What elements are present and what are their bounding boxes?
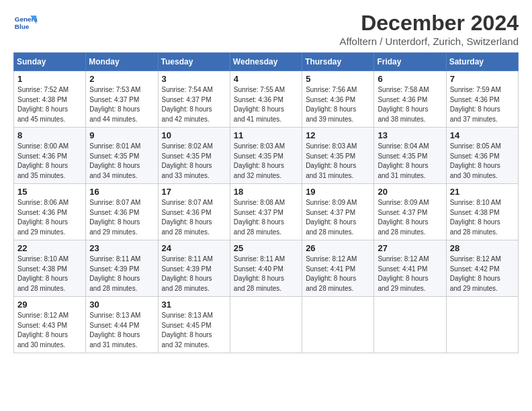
day-info: Sunrise: 8:01 AM Sunset: 4:35 PM Dayligh… <box>89 142 154 181</box>
day-number: 27 <box>378 243 442 253</box>
day-info: Sunrise: 7:56 AM Sunset: 4:36 PM Dayligh… <box>306 85 370 124</box>
calendar-day-cell: 21Sunrise: 8:10 AM Sunset: 4:38 PM Dayli… <box>446 184 518 240</box>
day-number: 5 <box>306 74 370 84</box>
calendar-day-cell: 26Sunrise: 8:12 AM Sunset: 4:41 PM Dayli… <box>302 240 374 297</box>
day-number: 7 <box>450 74 515 84</box>
day-number: 15 <box>17 187 82 197</box>
calendar-day-cell: 20Sunrise: 8:09 AM Sunset: 4:37 PM Dayli… <box>374 184 446 240</box>
day-number: 17 <box>162 187 226 197</box>
day-number: 30 <box>89 300 154 310</box>
calendar-day-cell: 31Sunrise: 8:13 AM Sunset: 4:45 PM Dayli… <box>158 297 230 353</box>
weekday-header-row: SundayMondayTuesdayWednesdayThursdayFrid… <box>14 53 519 71</box>
calendar-day-cell: 29Sunrise: 8:12 AM Sunset: 4:43 PM Dayli… <box>14 297 86 353</box>
calendar-day-cell: 5Sunrise: 7:56 AM Sunset: 4:36 PM Daylig… <box>302 71 374 128</box>
day-info: Sunrise: 8:07 AM Sunset: 4:36 PM Dayligh… <box>89 198 154 237</box>
day-info: Sunrise: 8:04 AM Sunset: 4:35 PM Dayligh… <box>378 142 442 181</box>
calendar-day-cell: 18Sunrise: 8:08 AM Sunset: 4:37 PM Dayli… <box>230 184 302 240</box>
day-info: Sunrise: 7:59 AM Sunset: 4:36 PM Dayligh… <box>450 85 515 124</box>
calendar-day-cell: 14Sunrise: 8:05 AM Sunset: 4:36 PM Dayli… <box>446 128 518 184</box>
day-info: Sunrise: 8:11 AM Sunset: 4:40 PM Dayligh… <box>234 255 298 293</box>
calendar-day-cell: 2Sunrise: 7:53 AM Sunset: 4:37 PM Daylig… <box>86 71 158 128</box>
day-info: Sunrise: 8:09 AM Sunset: 4:37 PM Dayligh… <box>378 198 442 237</box>
calendar-week-row: 29Sunrise: 8:12 AM Sunset: 4:43 PM Dayli… <box>14 297 519 353</box>
day-info: Sunrise: 8:12 AM Sunset: 4:42 PM Dayligh… <box>450 255 515 293</box>
day-number: 22 <box>17 243 82 253</box>
calendar-day-cell: 13Sunrise: 8:04 AM Sunset: 4:35 PM Dayli… <box>374 128 446 184</box>
day-info: Sunrise: 8:08 AM Sunset: 4:37 PM Dayligh… <box>234 198 298 237</box>
day-number: 20 <box>378 187 442 197</box>
logo-icon: General Blue <box>13 11 38 35</box>
day-info: Sunrise: 8:02 AM Sunset: 4:35 PM Dayligh… <box>162 142 226 181</box>
day-number: 6 <box>378 74 442 84</box>
day-number: 14 <box>450 130 515 140</box>
calendar-day-cell: 28Sunrise: 8:12 AM Sunset: 4:42 PM Dayli… <box>446 240 518 297</box>
weekday-header-cell: Sunday <box>14 53 86 71</box>
weekday-header-cell: Saturday <box>446 53 518 71</box>
day-number: 10 <box>162 130 226 140</box>
calendar-day-cell: 25Sunrise: 8:11 AM Sunset: 4:40 PM Dayli… <box>230 240 302 297</box>
day-info: Sunrise: 8:00 AM Sunset: 4:36 PM Dayligh… <box>17 142 82 181</box>
day-number: 4 <box>234 74 298 84</box>
day-info: Sunrise: 8:12 AM Sunset: 4:43 PM Dayligh… <box>17 311 82 350</box>
day-number: 9 <box>89 130 154 140</box>
calendar-day-cell <box>230 297 302 353</box>
calendar-body: 1Sunrise: 7:52 AM Sunset: 4:38 PM Daylig… <box>14 71 519 353</box>
day-info: Sunrise: 8:12 AM Sunset: 4:41 PM Dayligh… <box>378 255 442 293</box>
calendar-day-cell: 22Sunrise: 8:10 AM Sunset: 4:38 PM Dayli… <box>14 240 86 297</box>
weekday-header-cell: Tuesday <box>158 53 230 71</box>
calendar-day-cell: 15Sunrise: 8:06 AM Sunset: 4:36 PM Dayli… <box>14 184 86 240</box>
day-info: Sunrise: 7:54 AM Sunset: 4:37 PM Dayligh… <box>162 85 226 124</box>
calendar-day-cell <box>446 297 518 353</box>
day-info: Sunrise: 7:53 AM Sunset: 4:37 PM Dayligh… <box>89 85 154 124</box>
calendar-day-cell: 10Sunrise: 8:02 AM Sunset: 4:35 PM Dayli… <box>158 128 230 184</box>
weekday-header-cell: Wednesday <box>230 53 302 71</box>
calendar-day-cell: 30Sunrise: 8:13 AM Sunset: 4:44 PM Dayli… <box>86 297 158 353</box>
day-info: Sunrise: 8:11 AM Sunset: 4:39 PM Dayligh… <box>89 255 154 293</box>
day-number: 23 <box>89 243 154 253</box>
day-info: Sunrise: 8:03 AM Sunset: 4:35 PM Dayligh… <box>234 142 298 181</box>
calendar-week-row: 1Sunrise: 7:52 AM Sunset: 4:38 PM Daylig… <box>14 71 519 128</box>
calendar-day-cell: 23Sunrise: 8:11 AM Sunset: 4:39 PM Dayli… <box>86 240 158 297</box>
day-info: Sunrise: 8:03 AM Sunset: 4:35 PM Dayligh… <box>306 142 370 181</box>
weekday-header-cell: Friday <box>374 53 446 71</box>
day-number: 25 <box>234 243 298 253</box>
calendar-day-cell <box>374 297 446 353</box>
calendar-day-cell: 7Sunrise: 7:59 AM Sunset: 4:36 PM Daylig… <box>446 71 518 128</box>
day-info: Sunrise: 8:10 AM Sunset: 4:38 PM Dayligh… <box>17 255 82 293</box>
page-header: General Blue December 2024 Affoltern / U… <box>13 11 519 47</box>
day-info: Sunrise: 8:10 AM Sunset: 4:38 PM Dayligh… <box>450 198 515 237</box>
day-number: 2 <box>89 74 154 84</box>
day-info: Sunrise: 8:07 AM Sunset: 4:36 PM Dayligh… <box>162 198 226 237</box>
calendar-day-cell: 4Sunrise: 7:55 AM Sunset: 4:36 PM Daylig… <box>230 71 302 128</box>
day-number: 31 <box>162 300 226 310</box>
day-number: 21 <box>450 187 515 197</box>
day-number: 3 <box>162 74 226 84</box>
day-info: Sunrise: 7:58 AM Sunset: 4:36 PM Dayligh… <box>378 85 442 124</box>
calendar-day-cell: 9Sunrise: 8:01 AM Sunset: 4:35 PM Daylig… <box>86 128 158 184</box>
calendar-week-row: 22Sunrise: 8:10 AM Sunset: 4:38 PM Dayli… <box>14 240 519 297</box>
day-info: Sunrise: 7:52 AM Sunset: 4:38 PM Dayligh… <box>17 85 82 124</box>
calendar-day-cell: 12Sunrise: 8:03 AM Sunset: 4:35 PM Dayli… <box>302 128 374 184</box>
calendar-day-cell: 8Sunrise: 8:00 AM Sunset: 4:36 PM Daylig… <box>14 128 86 184</box>
calendar-day-cell: 6Sunrise: 7:58 AM Sunset: 4:36 PM Daylig… <box>374 71 446 128</box>
calendar-day-cell <box>302 297 374 353</box>
calendar-subtitle: Affoltern / Unterdorf, Zurich, Switzerla… <box>340 36 519 47</box>
day-info: Sunrise: 7:55 AM Sunset: 4:36 PM Dayligh… <box>234 85 298 124</box>
day-number: 18 <box>234 187 298 197</box>
calendar-day-cell: 16Sunrise: 8:07 AM Sunset: 4:36 PM Dayli… <box>86 184 158 240</box>
calendar-day-cell: 17Sunrise: 8:07 AM Sunset: 4:36 PM Dayli… <box>158 184 230 240</box>
day-info: Sunrise: 8:13 AM Sunset: 4:45 PM Dayligh… <box>162 311 226 350</box>
calendar-table: SundayMondayTuesdayWednesdayThursdayFrid… <box>13 52 519 353</box>
day-info: Sunrise: 8:13 AM Sunset: 4:44 PM Dayligh… <box>89 311 154 350</box>
calendar-week-row: 8Sunrise: 8:00 AM Sunset: 4:36 PM Daylig… <box>14 128 519 184</box>
day-number: 12 <box>306 130 370 140</box>
svg-text:Blue: Blue <box>15 23 30 30</box>
calendar-day-cell: 3Sunrise: 7:54 AM Sunset: 4:37 PM Daylig… <box>158 71 230 128</box>
title-block: December 2024 Affoltern / Unterdorf, Zur… <box>340 11 519 47</box>
calendar-title: December 2024 <box>340 11 519 36</box>
day-number: 1 <box>17 74 82 84</box>
day-info: Sunrise: 8:11 AM Sunset: 4:39 PM Dayligh… <box>162 255 226 293</box>
day-info: Sunrise: 8:09 AM Sunset: 4:37 PM Dayligh… <box>306 198 370 237</box>
calendar-day-cell: 11Sunrise: 8:03 AM Sunset: 4:35 PM Dayli… <box>230 128 302 184</box>
day-number: 13 <box>378 130 442 140</box>
